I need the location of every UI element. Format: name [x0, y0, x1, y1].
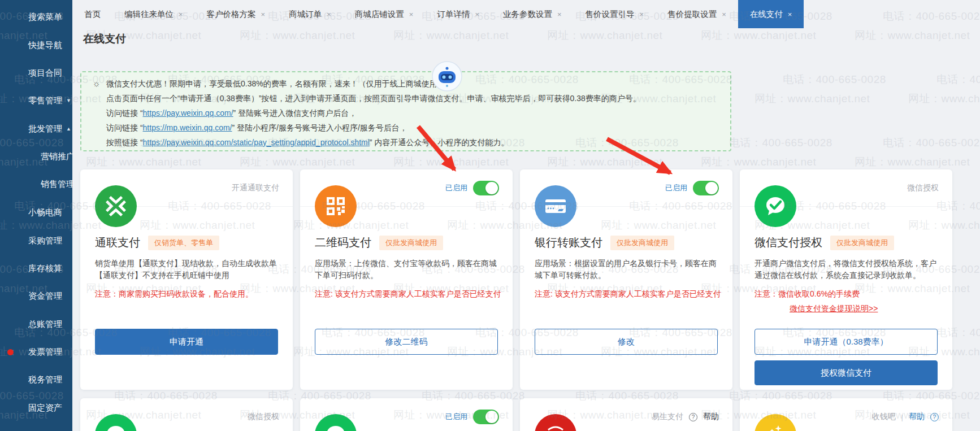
tab-bar: 首页编辑往来单位×客户价格方案×商城订单×商城店铺设置×订单详情×业务参数设置×…: [72, 0, 980, 28]
sidebar-item-13[interactable]: 税务管理: [0, 373, 72, 386]
help-link[interactable]: 帮助: [909, 412, 925, 422]
weixin-pay-link[interactable]: https://pay.weixin.qq.com/: [143, 108, 233, 117]
qrcode-pay-toggle[interactable]: [473, 181, 499, 195]
sidebar-item-3[interactable]: 零售管理▼: [0, 94, 72, 107]
payment-card-bank-transfer: 已启用 银行转账支付 仅批发商城使用 应用场景：根据设置的用户名及银行卡号，顾客…: [520, 169, 732, 390]
help-link[interactable]: 帮助: [703, 412, 719, 422]
sidebar-item-label: 营销推广: [41, 151, 75, 161]
card-title: 银行转账支付: [535, 235, 602, 250]
sidebar-item-12[interactable]: 发票管理: [0, 345, 72, 359]
notice-line: 访问链接 “https://mp.weixin.qq.com/” 登陆小程序/服…: [106, 120, 721, 135]
card-status-label: 微信授权: [248, 412, 279, 422]
close-icon[interactable]: ×: [557, 10, 562, 19]
assistant-robot-icon[interactable]: [432, 61, 462, 92]
apply-wechat-rate-button[interactable]: 申请开通（0.38费率）: [754, 329, 938, 355]
close-icon[interactable]: ×: [409, 10, 414, 19]
card-status-label: 微信授权: [907, 183, 939, 193]
qrcode-icon: [315, 185, 357, 227]
chevron-up-icon: ▲: [66, 126, 71, 132]
sidebar-item-14[interactable]: 固定资产: [0, 401, 72, 415]
wechat-icon: [754, 185, 796, 227]
enabled-status-label: 已启用: [445, 183, 467, 193]
tab-9[interactable]: 在线支付×: [738, 0, 804, 28]
sidebar-item-label: 库存核算: [28, 263, 62, 273]
row2-toggle[interactable]: [473, 410, 499, 424]
sidebar-item-label: 批发管理: [28, 124, 62, 133]
sidebar-item-label: 搜索菜单: [28, 12, 62, 21]
payment-card-wechat-auth: 微信授权 微信支付授权 仅批发商城使用 开通商户微信支付后，将微信支付授权给系统…: [740, 169, 952, 390]
notification-dot-icon: [7, 349, 14, 355]
watermark-text: 网址：www.chanjet.net: [701, 155, 816, 169]
card-title: 微信支付授权: [754, 235, 822, 250]
sidebar-item-label: 项目合同: [28, 68, 62, 77]
help-icon[interactable]: ?: [930, 413, 939, 421]
notice-line: 按照链接 “https://pay.weixin.qq.com/static/p…: [106, 135, 721, 150]
watermark-text: 电话：400-665-0028: [936, 72, 980, 87]
sidebar-item-2[interactable]: 项目合同: [0, 66, 72, 80]
tab-label: 客户价格方案: [207, 9, 256, 20]
watermark-text: 网址：www.chanjet.net: [86, 155, 201, 169]
toggle-knob: [485, 182, 498, 194]
sidebar-item-label: 资金管理: [28, 291, 62, 301]
tab-3[interactable]: 商城订单×: [277, 0, 343, 28]
watermark-text: 网址：www.chanjet.net: [393, 155, 509, 169]
tab-label: 商城店铺设置: [355, 9, 404, 20]
sidebar-item-0[interactable]: 搜索菜单: [0, 10, 72, 24]
notice-text: ” 登陆账号进入微信支付商户后台，: [233, 108, 357, 117]
card-description: 开通商户微信支付后，将微信支付授权给系统，客户通过微信在线付款，系统会直接记录到…: [754, 258, 942, 281]
close-icon[interactable]: ×: [640, 10, 644, 19]
tab-2[interactable]: 客户价格方案×: [195, 0, 277, 28]
card-description: 应用场景：根据设置的用户名及银行卡号，顾客在商城下单可转账付款。: [535, 258, 722, 281]
sidebar-item-1[interactable]: 快捷导航: [0, 38, 72, 52]
edit-qrcode-button[interactable]: 修改二维码: [315, 329, 498, 355]
card-scope-badge: 仅批发商城使用: [379, 236, 443, 250]
sidebar-item-8[interactable]: 采购管理: [0, 234, 72, 247]
watermark-text: 网址：www.chanjet.net: [754, 92, 870, 106]
sidebar-item-9[interactable]: 库存核算: [0, 262, 72, 275]
help-icon[interactable]: ?: [689, 413, 697, 421]
authorize-wechat-button[interactable]: 授权微信支付: [754, 360, 938, 385]
watermark-text: 网址：www.chanjet.net: [855, 155, 970, 169]
watermark-text: 网址：www.chanjet.net: [701, 28, 816, 43]
apply-tonglian-button[interactable]: 申请开通: [95, 329, 278, 355]
close-icon[interactable]: ×: [261, 10, 266, 19]
payment-card-yisheng: 易生支付 ? 帮助: [520, 398, 732, 431]
sidebar-item-5[interactable]: 营销推广: [0, 150, 72, 163]
sidebar-item-label: 总账管理: [28, 319, 62, 329]
close-icon[interactable]: ×: [722, 10, 726, 19]
edit-bank-button[interactable]: 修改: [535, 329, 718, 355]
watermark-text: 网址：www.chanjet.net: [547, 155, 662, 169]
page-title: 在线支付: [83, 32, 126, 46]
weixin-mp-link[interactable]: https://mp.weixin.qq.com/: [143, 123, 232, 132]
tab-6[interactable]: 业务参数设置×: [491, 0, 574, 28]
weixin-protocol-link[interactable]: https://pay.weixin.qq.com/static/pay_set…: [143, 138, 370, 147]
sidebar-item-6[interactable]: 销售管理: [0, 177, 72, 191]
close-icon[interactable]: ×: [788, 10, 792, 19]
sidebar-item-11[interactable]: 总账管理: [0, 317, 72, 331]
tab-5[interactable]: 订单详情×: [425, 0, 491, 28]
close-icon[interactable]: ×: [475, 10, 479, 19]
sidebar-item-10[interactable]: 资金管理: [0, 289, 72, 303]
bank-card-icon: [535, 185, 576, 227]
watermark-text: 网址：www.chanjet.net: [240, 28, 355, 43]
tab-7[interactable]: 售价设置引导×: [574, 0, 656, 28]
close-icon[interactable]: ×: [179, 10, 183, 19]
bank-transfer-toggle[interactable]: [693, 181, 719, 195]
enabled-status-label: 已启用: [445, 412, 467, 422]
tab-4[interactable]: 商城店铺设置×: [343, 0, 426, 28]
sidebar-item-4[interactable]: 批发管理▲: [0, 122, 72, 136]
watermark-text: 电话：400-665-0028: [883, 136, 980, 150]
watermark-text: 电话：400-665-0028: [729, 136, 832, 150]
chevron-down-icon: ▼: [66, 98, 71, 103]
tab-label: 售价设置引导: [586, 9, 635, 20]
tab-0[interactable]: 首页: [72, 0, 112, 28]
tab-label: 售价提取设置: [667, 9, 717, 20]
wechat-withdraw-help-link[interactable]: 微信支付资金提现说明>>: [790, 304, 878, 314]
card-description: 应用场景：上传微信、支付宝等收款码，顾客在商城下单可扫码付款。: [315, 258, 502, 281]
tab-8[interactable]: 售价提取设置×: [656, 0, 738, 28]
notice-line: 访问链接 “https://pay.weixin.qq.com/” 登陆账号进入…: [106, 106, 721, 120]
close-icon[interactable]: ×: [327, 10, 331, 19]
sidebar-item-7[interactable]: 小畅电商: [0, 206, 72, 219]
tab-1[interactable]: 编辑往来单位×: [112, 0, 195, 28]
tab-label: 商城订单: [289, 9, 322, 20]
